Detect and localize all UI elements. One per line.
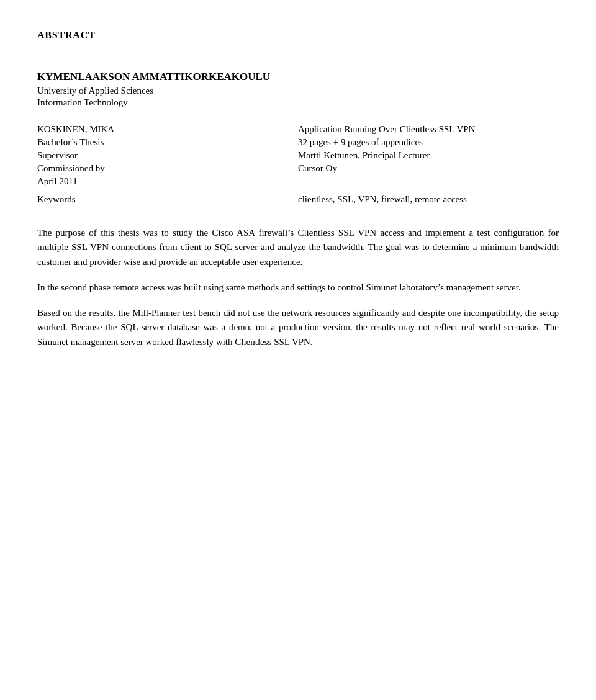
supervisor-label: Supervisor	[37, 149, 298, 162]
commissioned-value: Cursor Oy	[298, 162, 559, 175]
body-section: The purpose of this thesis was to study …	[37, 226, 559, 349]
author-row: KOSKINEN, MIKA Application Running Over …	[37, 123, 559, 136]
author-label: KOSKINEN, MIKA	[37, 123, 298, 136]
abstract-label: ABSTRACT	[37, 30, 559, 41]
university-header: KYMENLAAKSON AMMATTIKORKEAKOULU Universi…	[37, 71, 559, 108]
thesis-value: 32 pages + 9 pages of appendices	[298, 136, 559, 149]
thesis-label: Bachelor’s Thesis	[37, 136, 298, 149]
body-paragraph-1: The purpose of this thesis was to study …	[37, 226, 559, 269]
keywords-label: Keywords	[37, 188, 298, 206]
body-paragraph-3: Based on the results, the Mill-Planner t…	[37, 306, 559, 349]
date-label: April 2011	[37, 175, 298, 188]
author-value: Application Running Over Clientless SSL …	[298, 123, 559, 136]
keywords-value: clientless, SSL, VPN, firewall, remote a…	[298, 188, 559, 206]
thesis-row: Bachelor’s Thesis 32 pages + 9 pages of …	[37, 136, 559, 149]
commissioned-label: Commissioned by	[37, 162, 298, 175]
keywords-row: Keywords clientless, SSL, VPN, firewall,…	[37, 188, 559, 206]
date-row: April 2011	[37, 175, 559, 188]
university-subtitle: University of Applied Sciences	[37, 86, 559, 96]
info-table: KOSKINEN, MIKA Application Running Over …	[37, 123, 559, 206]
department: Information Technology	[37, 97, 559, 108]
commissioned-row: Commissioned by Cursor Oy	[37, 162, 559, 175]
supervisor-row: Supervisor Martti Kettunen, Principal Le…	[37, 149, 559, 162]
university-name: KYMENLAAKSON AMMATTIKORKEAKOULU	[37, 71, 559, 83]
date-value	[298, 175, 559, 188]
body-paragraph-2: In the second phase remote access was bu…	[37, 280, 559, 295]
supervisor-value: Martti Kettunen, Principal Lecturer	[298, 149, 559, 162]
